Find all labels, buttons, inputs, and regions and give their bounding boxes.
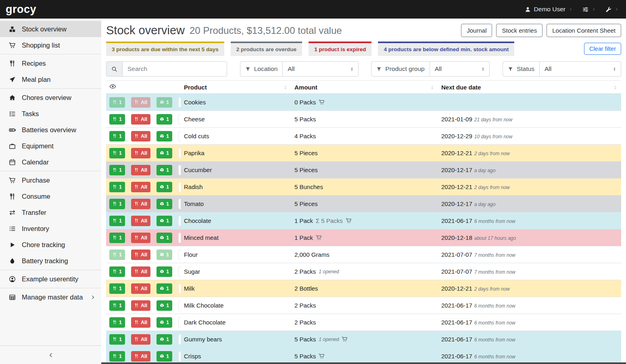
- consume-one-button[interactable]: 1: [109, 233, 125, 243]
- consume-one-button[interactable]: 1: [109, 114, 125, 125]
- consume-one-button[interactable]: 1: [109, 148, 125, 158]
- status-banner[interactable]: 1 product is expired: [309, 42, 371, 56]
- consume-one-button[interactable]: 1: [109, 351, 125, 362]
- sidebar-item-equipment[interactable]: Equipment: [0, 138, 101, 154]
- open-one-button[interactable]: 1: [156, 266, 172, 277]
- product-name[interactable]: Gummy bears: [184, 336, 222, 343]
- open-one-button[interactable]: 1: [156, 182, 172, 192]
- filter-select[interactable]: All: [540, 61, 621, 77]
- row-menu-button[interactable]: [178, 182, 181, 192]
- open-one-button[interactable]: 1: [156, 334, 172, 345]
- row-menu-button[interactable]: [178, 283, 181, 294]
- sidebar-item-chore-tracking[interactable]: Chore tracking: [0, 237, 101, 253]
- sidebar-item-shopping-list[interactable]: Shopping list: [0, 37, 101, 53]
- sort-icon[interactable]: [613, 85, 618, 90]
- consume-all-button[interactable]: All: [131, 165, 150, 175]
- sidebar-item-transfer[interactable]: Transfer: [0, 204, 101, 220]
- product-name[interactable]: Flour: [184, 251, 198, 258]
- consume-all-button[interactable]: All: [131, 216, 150, 226]
- consume-all-button[interactable]: All: [131, 114, 150, 125]
- filter-select[interactable]: All: [430, 61, 490, 77]
- open-one-button[interactable]: 1: [156, 300, 172, 311]
- open-one-button[interactable]: 1: [156, 317, 172, 328]
- consume-all-button[interactable]: All: [131, 283, 150, 294]
- consume-one-button[interactable]: 1: [109, 199, 125, 209]
- sidebar-item-calendar[interactable]: Calendar: [0, 154, 101, 170]
- status-banner[interactable]: 2 products are overdue: [231, 42, 302, 56]
- open-one-button[interactable]: 1: [156, 199, 172, 209]
- product-name[interactable]: Sugar: [184, 268, 200, 275]
- consume-all-button[interactable]: All: [131, 317, 150, 328]
- open-one-button[interactable]: 1: [156, 131, 172, 141]
- consume-one-button[interactable]: 1: [109, 131, 125, 141]
- open-one-button[interactable]: 1: [156, 148, 172, 158]
- column-header-product[interactable]: Product: [181, 81, 291, 94]
- sidebar-item-tasks[interactable]: Tasks: [0, 106, 101, 122]
- stock-entries-button[interactable]: Stock entries: [496, 24, 543, 37]
- consume-all-button[interactable]: All: [131, 97, 150, 108]
- consume-one-button[interactable]: 1: [109, 216, 125, 226]
- row-menu-button[interactable]: [178, 334, 181, 345]
- open-one-button[interactable]: 1: [156, 114, 172, 125]
- location-content-sheet-button[interactable]: Location Content Sheet: [547, 24, 621, 37]
- consume-all-button[interactable]: All: [131, 199, 150, 209]
- column-header-amount[interactable]: Amount: [291, 81, 438, 94]
- open-one-button[interactable]: 1: [156, 233, 172, 243]
- sort-icon[interactable]: [283, 85, 288, 90]
- consume-one-button[interactable]: 1: [109, 283, 125, 294]
- sidebar-collapse-button[interactable]: [0, 345, 101, 364]
- product-name[interactable]: Cucumber: [184, 166, 212, 173]
- sidebar-item-inventory[interactable]: Inventory: [0, 220, 101, 237]
- row-menu-button[interactable]: [178, 114, 181, 125]
- product-name[interactable]: Paprika: [184, 150, 204, 156]
- row-menu-button[interactable]: [178, 266, 181, 277]
- column-header-next-due-date[interactable]: Next due date: [438, 81, 621, 94]
- consume-one-button[interactable]: 1: [109, 182, 125, 192]
- row-menu-button[interactable]: [178, 216, 181, 226]
- product-name[interactable]: Milk Chocolate: [184, 302, 223, 309]
- filter-select[interactable]: All: [283, 61, 358, 77]
- settings-menu[interactable]: [582, 6, 596, 12]
- product-name[interactable]: Cheese: [184, 116, 205, 123]
- open-one-button[interactable]: 1: [156, 250, 172, 260]
- open-one-button[interactable]: 1: [156, 351, 172, 362]
- consume-all-button[interactable]: All: [131, 351, 150, 362]
- consume-all-button[interactable]: All: [131, 182, 150, 192]
- consume-one-button[interactable]: 1: [109, 300, 125, 311]
- admin-menu[interactable]: [605, 6, 619, 12]
- product-name[interactable]: Milk: [184, 285, 195, 292]
- sidebar-item-recipes[interactable]: Recipes: [0, 55, 101, 71]
- search-input[interactable]: [123, 61, 227, 77]
- product-name[interactable]: Minced meat: [184, 234, 219, 241]
- row-menu-button[interactable]: [178, 97, 181, 108]
- consume-one-button[interactable]: 1: [109, 165, 125, 175]
- consume-one-button[interactable]: 1: [109, 334, 125, 345]
- open-one-button[interactable]: 1: [156, 216, 172, 226]
- product-name[interactable]: Tomato: [184, 200, 204, 207]
- row-menu-button[interactable]: [178, 300, 181, 311]
- sort-icon[interactable]: [430, 85, 435, 90]
- sidebar-item-example-userentity[interactable]: Example userentity: [0, 271, 101, 287]
- row-menu-button[interactable]: [178, 148, 181, 158]
- row-menu-button[interactable]: [178, 199, 181, 209]
- user-menu[interactable]: Demo User: [525, 6, 573, 13]
- sidebar-item-meal-plan[interactable]: Meal plan: [0, 71, 101, 87]
- consume-one-button[interactable]: 1: [109, 317, 125, 328]
- consume-one-button[interactable]: 1: [109, 97, 125, 108]
- sidebar-item-consume[interactable]: Consume: [0, 188, 101, 204]
- consume-all-button[interactable]: All: [131, 131, 150, 141]
- row-menu-button[interactable]: [178, 131, 181, 141]
- product-name[interactable]: Chocolate: [184, 217, 211, 224]
- consume-all-button[interactable]: All: [131, 250, 150, 260]
- column-visibility-header[interactable]: [106, 81, 181, 94]
- row-menu-button[interactable]: [178, 233, 181, 243]
- consume-all-button[interactable]: All: [131, 266, 150, 277]
- consume-all-button[interactable]: All: [131, 300, 150, 311]
- sidebar-item-battery-tracking[interactable]: Battery tracking: [0, 253, 101, 269]
- journal-button[interactable]: Journal: [461, 24, 492, 37]
- product-name[interactable]: Crisps: [184, 353, 201, 360]
- product-name[interactable]: Radish: [184, 183, 203, 190]
- status-banner[interactable]: 3 products are due within the next 5 day…: [106, 42, 224, 56]
- open-one-button[interactable]: 1: [156, 165, 172, 175]
- open-one-button[interactable]: 1: [156, 283, 172, 294]
